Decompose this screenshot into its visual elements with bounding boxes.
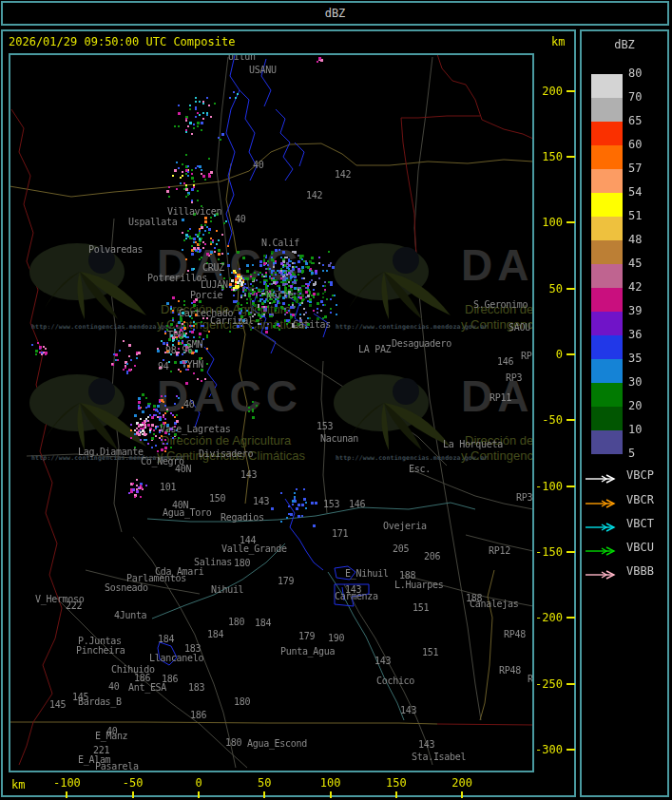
map-label: 150 xyxy=(209,494,225,504)
map-label: 4Junta xyxy=(114,611,146,620)
map-label: 153 xyxy=(317,422,333,431)
map-label: Polvaredas xyxy=(88,245,143,255)
map-label: 180 xyxy=(228,618,244,627)
map-label: S.Geronimo xyxy=(473,300,528,310)
map-label: Uspallata xyxy=(128,218,178,227)
map-label: 186 xyxy=(190,711,206,720)
map-label: RP3 xyxy=(521,352,532,361)
map-label: 144 xyxy=(240,536,256,545)
map-label: Valle_Grande xyxy=(221,544,287,554)
map-label: Catitas xyxy=(293,320,331,330)
map-label-layer: UilunUSANU40142142VillavicenUspallata40N… xyxy=(10,55,532,771)
map-content: DACCDirección de Agriculturay Contingenc… xyxy=(10,55,532,771)
title-bar: dBZ xyxy=(1,1,669,26)
map-label: 179 xyxy=(278,577,294,586)
map-label: Divisadero xyxy=(199,449,253,459)
map-label: Llancanelo xyxy=(149,654,203,663)
map-label: 153 xyxy=(323,500,339,509)
map-label: RP48 xyxy=(504,630,526,639)
map-label: Uilun xyxy=(228,55,256,62)
map-label: 180 xyxy=(225,738,241,748)
map-label: Pasarela xyxy=(95,762,139,771)
map-label: 206 xyxy=(424,552,440,562)
map-label: Nacunan xyxy=(320,434,358,444)
map-label: 142 xyxy=(335,170,351,180)
map-label: 145 xyxy=(49,700,66,710)
map-label: RP11 xyxy=(490,393,511,403)
map-label: RP xyxy=(528,675,532,684)
map-label: La Horqueta xyxy=(443,440,503,449)
map-label: RP3 xyxy=(506,373,522,383)
map-label: 143 xyxy=(374,657,391,666)
map-label: LA PAZ xyxy=(358,345,391,354)
map-label: 143 xyxy=(400,706,416,715)
map-label: Ant_ESA xyxy=(128,683,166,693)
map-label: 40N xyxy=(175,465,191,474)
map-label: RP3 xyxy=(516,493,532,503)
map-label: Canalejas xyxy=(470,600,519,609)
map-label: Lag.Diamante xyxy=(78,448,144,457)
map-label: 98 96 xyxy=(165,346,193,355)
map-label: 151 xyxy=(422,648,438,657)
map-label: CRUZ xyxy=(202,263,224,273)
map-label: 179 xyxy=(298,632,315,641)
map-label: 190 xyxy=(328,634,344,643)
map-label: Bardas_B xyxy=(78,697,122,707)
map-label: 142 xyxy=(306,191,322,200)
map-label: Esc. xyxy=(409,465,431,474)
map-label: Ovejeria xyxy=(383,522,427,531)
map-label: LUJAN xyxy=(201,280,228,290)
page-title: dBZ xyxy=(3,7,667,20)
map-label: 101 xyxy=(160,483,176,492)
map-label: Pincheira xyxy=(76,646,125,656)
map-label: 40 xyxy=(108,682,119,692)
map-label: Norte xyxy=(266,291,294,300)
map-label: 143 xyxy=(418,740,434,750)
map-label: SAOU xyxy=(509,323,530,333)
map-label: 143 xyxy=(345,585,361,595)
map-label: Sta.Isabel xyxy=(412,752,466,762)
map-label: Cochico xyxy=(376,676,414,686)
map-label: Agua_Toro xyxy=(163,508,212,518)
map-label: Porcie xyxy=(190,291,222,300)
map-label: 40 xyxy=(253,161,263,170)
colorbar-panel xyxy=(580,29,669,797)
radar-app-window: dBZ xyxy=(0,0,672,800)
map-label: 94 xyxy=(158,362,168,371)
map-label: 40 xyxy=(183,400,194,410)
map-label: L.Huarpes xyxy=(394,581,444,590)
map-label: 184 xyxy=(207,630,223,639)
map-label: RP48 xyxy=(499,666,521,676)
map-label: Villavicen xyxy=(167,207,221,217)
map-label: Desaguadero xyxy=(392,339,451,349)
map-label: Agua_Escond xyxy=(247,739,307,749)
map-label: 180 xyxy=(234,697,250,707)
map-label: 171 xyxy=(332,529,348,539)
map-label: 143 xyxy=(253,497,269,506)
map-label: 222 xyxy=(66,601,82,611)
map-label: Nihuil xyxy=(211,585,243,595)
map-label: N.Calif xyxy=(261,238,299,248)
map-label: 184 xyxy=(158,635,174,644)
map-label: 183 xyxy=(188,683,204,693)
map-label: 143 xyxy=(240,470,257,480)
map-label: 184 xyxy=(255,619,271,628)
map-label: USANU xyxy=(249,66,277,75)
map-label: 40 xyxy=(235,215,245,224)
map-label: Sosneado xyxy=(105,583,148,593)
map-label: Carrizal xyxy=(210,316,254,326)
map-label: E_Nihuil xyxy=(345,569,389,579)
map-label: Potrerillos xyxy=(147,274,207,283)
map-label: TPN xyxy=(167,331,183,340)
map-label: RP12 xyxy=(489,546,510,556)
map-label: E_Manz xyxy=(95,732,127,741)
map-label: Vase_Lagretas xyxy=(160,425,230,434)
map-label: Punta_Agua xyxy=(280,647,335,657)
map-label: 151 xyxy=(413,603,429,613)
map-label: Regadios xyxy=(221,513,264,523)
map-label: 205 xyxy=(393,544,409,554)
map-label: TYHN xyxy=(182,360,203,370)
map-label: 180 xyxy=(234,559,250,568)
map-label: 146 xyxy=(497,357,513,367)
map-label: 146 xyxy=(349,500,365,509)
